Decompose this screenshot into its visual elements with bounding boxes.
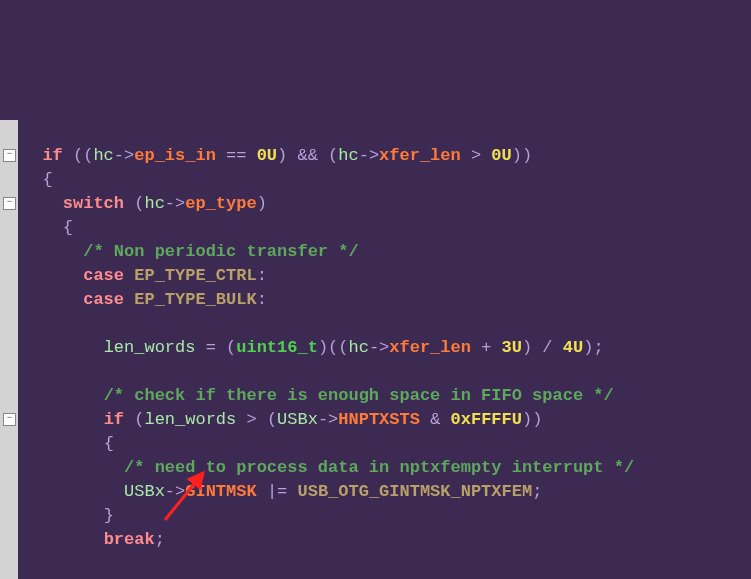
constant: EP_TYPE_BULK <box>134 290 256 309</box>
code-line[interactable]: USBx->GINTMSK |= USB_OTG_GINTMSK_NPTXFEM… <box>22 482 542 501</box>
code-line[interactable] <box>22 554 32 573</box>
paren: ( <box>338 338 348 357</box>
number: 0U <box>257 146 277 165</box>
keyword-case: case <box>83 266 124 285</box>
paren: ( <box>83 146 93 165</box>
code-editor[interactable]: − − − if ((hc->ep_is_in == 0U) && (hc->x… <box>0 120 751 579</box>
paren: ( <box>134 194 144 213</box>
colon: : <box>257 290 267 309</box>
code-line[interactable]: if ((hc->ep_is_in == 0U) && (hc->xfer_le… <box>22 146 532 165</box>
identifier: hc <box>349 338 369 357</box>
fold-toggle[interactable]: − <box>3 197 16 210</box>
identifier: hc <box>93 146 113 165</box>
paren: ) <box>277 146 287 165</box>
code-area[interactable]: if ((hc->ep_is_in == 0U) && (hc->xfer_le… <box>18 120 644 579</box>
code-line[interactable]: /* check if there is enough space in FIF… <box>22 386 614 405</box>
number: 0U <box>491 146 511 165</box>
brace: { <box>42 170 52 189</box>
paren: ) <box>257 194 267 213</box>
comment: /* check if there is enough space in FIF… <box>104 386 614 405</box>
op-div: / <box>542 338 552 357</box>
code-line[interactable]: case EP_TYPE_CTRL: <box>22 266 267 285</box>
op-arrow: -> <box>165 194 185 213</box>
constant: USB_OTG_GINTMSK_NPTXFEM <box>297 482 532 501</box>
number: 4U <box>563 338 583 357</box>
paren: ( <box>328 146 338 165</box>
member: xfer_len <box>379 146 461 165</box>
semicolon: ; <box>593 338 603 357</box>
member: GINTMSK <box>185 482 256 501</box>
op-amp: & <box>430 410 440 429</box>
paren: ( <box>267 410 277 429</box>
op-gt: > <box>246 410 256 429</box>
code-line[interactable]: if (len_words > (USBx->HNPTXSTS & 0xFFFF… <box>22 410 542 429</box>
identifier: len_words <box>104 338 196 357</box>
paren: ) <box>532 410 542 429</box>
brace: } <box>104 506 114 525</box>
paren: ) <box>522 338 532 357</box>
op-arrow: -> <box>318 410 338 429</box>
op-arrow: -> <box>369 338 389 357</box>
op-eq: == <box>226 146 246 165</box>
comment: /* need to process data in nptxfempty in… <box>124 458 634 477</box>
identifier: USBx <box>124 482 165 501</box>
op-oreq: |= <box>267 482 287 501</box>
code-line[interactable] <box>22 362 32 381</box>
code-line[interactable]: /* Non periodic transfer */ <box>22 242 359 261</box>
member: xfer_len <box>389 338 471 357</box>
op-and: && <box>297 146 317 165</box>
brace: { <box>63 218 73 237</box>
semicolon: ; <box>532 482 542 501</box>
code-line[interactable] <box>22 314 32 333</box>
identifier: hc <box>338 146 358 165</box>
paren: ) <box>522 146 532 165</box>
op-plus: + <box>481 338 491 357</box>
identifier: hc <box>144 194 164 213</box>
brace: { <box>104 434 114 453</box>
code-line[interactable]: } <box>22 506 114 525</box>
member: ep_type <box>185 194 256 213</box>
code-line[interactable]: switch (hc->ep_type) <box>22 194 267 213</box>
constant: EP_TYPE_CTRL <box>134 266 256 285</box>
paren: ) <box>522 410 532 429</box>
paren: ( <box>226 338 236 357</box>
code-line[interactable]: case EP_TYPE_BULK: <box>22 290 267 309</box>
fold-toggle[interactable]: − <box>3 413 16 426</box>
code-line[interactable]: break; <box>22 530 165 549</box>
paren: ( <box>73 146 83 165</box>
paren: ( <box>134 410 144 429</box>
keyword-break: break <box>104 530 155 549</box>
semicolon: ; <box>155 530 165 549</box>
fold-gutter: − − − <box>0 120 18 579</box>
code-line[interactable]: { <box>22 434 114 453</box>
code-line[interactable]: /* need to process data in nptxfempty in… <box>22 458 634 477</box>
number: 3U <box>502 338 522 357</box>
comment: /* Non periodic transfer */ <box>83 242 358 261</box>
op-arrow: -> <box>359 146 379 165</box>
keyword-switch: switch <box>63 194 124 213</box>
keyword-if: if <box>42 146 62 165</box>
paren: ( <box>328 338 338 357</box>
code-line[interactable]: { <box>22 218 73 237</box>
paren: ) <box>318 338 328 357</box>
identifier: USBx <box>277 410 318 429</box>
op-arrow: -> <box>165 482 185 501</box>
member: HNPTXSTS <box>338 410 420 429</box>
keyword-case: case <box>83 290 124 309</box>
paren: ) <box>583 338 593 357</box>
op-gt: > <box>471 146 481 165</box>
op-assign: = <box>206 338 216 357</box>
keyword-if: if <box>104 410 124 429</box>
number: 0xFFFFU <box>451 410 522 429</box>
paren: ) <box>512 146 522 165</box>
code-line[interactable]: len_words = (uint16_t)((hc->xfer_len + 3… <box>22 338 604 357</box>
op-arrow: -> <box>114 146 134 165</box>
fold-toggle[interactable]: − <box>3 149 16 162</box>
type: uint16_t <box>236 338 318 357</box>
identifier: len_words <box>144 410 236 429</box>
colon: : <box>257 266 267 285</box>
member: ep_is_in <box>134 146 216 165</box>
